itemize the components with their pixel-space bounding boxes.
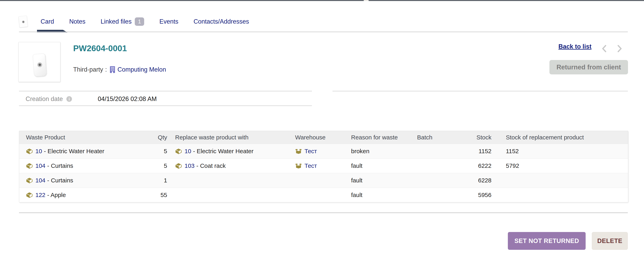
table-row: 122 - Apple 55 fault 5956: [19, 188, 628, 202]
table-header-row: Waste Product Qty Replace waste product …: [19, 131, 628, 144]
tab-linked-files[interactable]: Linked files 1: [93, 18, 152, 26]
warehouse-empty-cell: [291, 173, 347, 188]
qty-cell: 55: [149, 188, 171, 202]
col-batch: Batch: [413, 131, 459, 144]
warehouse-link[interactable]: Тест: [304, 148, 317, 154]
batch-cell: [413, 144, 459, 158]
col-reason: Reason for waste: [347, 131, 413, 144]
third-party-row: Third-party : Computing Melon: [73, 66, 166, 73]
tab-bar-divider: [19, 32, 628, 32]
product-cube-icon: [26, 192, 33, 198]
linked-files-count-badge: 1: [135, 18, 144, 26]
warehouse-box-icon: [295, 163, 302, 169]
qty-cell: 5: [149, 144, 171, 158]
building-icon: [110, 66, 115, 73]
waste-lines-table: Waste Product Qty Replace waste product …: [19, 131, 628, 202]
divider: [332, 91, 628, 92]
col-stock: Stock: [459, 131, 496, 144]
tab-card[interactable]: Card: [33, 18, 62, 25]
tab-bar: Card Notes Linked files 1 Events Contact…: [19, 12, 257, 31]
reason-cell: fault: [347, 158, 413, 173]
divider: [19, 91, 312, 92]
tab-events[interactable]: Events: [152, 18, 186, 25]
previous-record-icon[interactable]: [601, 44, 608, 53]
photo-detail-icon: [37, 62, 42, 68]
product-link[interactable]: 104: [36, 177, 46, 184]
col-stock-replacement: Stock of replacement product: [496, 131, 628, 144]
tab-contacts-label: Contacts/Addresses: [194, 18, 249, 25]
qty-cell: 5: [149, 158, 171, 173]
creation-date-text: Creation date: [26, 96, 63, 102]
info-icon: i: [66, 96, 72, 102]
product-photo-object: [32, 54, 46, 76]
stock-cell: 6222: [459, 158, 496, 173]
page-title-ref: PW2604-0001: [73, 44, 127, 53]
tab-contacts[interactable]: Contacts/Addresses: [186, 18, 256, 25]
tab-notes[interactable]: Notes: [62, 18, 93, 25]
next-record-icon[interactable]: [616, 44, 623, 53]
stock-replacement-cell: 5792: [496, 158, 628, 173]
top-edge-notch: [364, 0, 369, 1]
replacement-empty-cell: [171, 188, 291, 202]
replacement-product-label: - Electric Water Heater: [193, 148, 253, 154]
page: Card Notes Linked files 1 Events Contact…: [0, 0, 644, 270]
section-divider: [19, 212, 628, 213]
reason-cell: fault: [347, 188, 413, 202]
tab-notes-label: Notes: [69, 18, 85, 25]
reason-cell: broken: [347, 144, 413, 158]
batch-cell: [413, 173, 459, 188]
warehouse-box-icon: [295, 148, 302, 154]
stock-cell: 5956: [459, 188, 496, 202]
delete-button[interactable]: DELETE: [592, 232, 628, 250]
stock-replacement-cell: 1152: [496, 144, 628, 158]
table-row: 104 - Curtains 5 103 - Coat rack Тест fa…: [19, 158, 628, 173]
third-party-link[interactable]: Computing Melon: [118, 66, 166, 73]
product-link[interactable]: 10: [36, 148, 42, 154]
table-row: 104 - Curtains 1 fault 6228: [19, 173, 628, 188]
table-row: 10 - Electric Water Heater 5 10 - Electr…: [19, 144, 628, 158]
tab-events-label: Events: [159, 18, 178, 25]
stock-cell: 1152: [459, 144, 496, 158]
third-party-label: Third-party: [73, 66, 103, 73]
col-replace-with: Replace waste product with: [171, 131, 291, 144]
tab-card-label: Card: [40, 18, 54, 25]
qty-cell: 1: [149, 173, 171, 188]
top-edge-bar: [0, 0, 644, 1]
stock-cell: 6228: [459, 173, 496, 188]
product-link[interactable]: 104: [36, 162, 46, 169]
object-mini-photo: [18, 16, 28, 28]
back-to-list-link[interactable]: Back to list: [558, 43, 592, 50]
status-badge: Returned from client: [550, 60, 628, 74]
col-waste-product: Waste Product: [19, 131, 149, 144]
col-warehouse: Warehouse: [291, 131, 347, 144]
replacement-product-label: - Coat rack: [196, 162, 226, 169]
product-cube-icon: [26, 177, 33, 184]
batch-cell: [413, 188, 459, 202]
product-label: - Apple: [47, 192, 66, 198]
product-label: - Curtains: [47, 177, 73, 184]
product-link[interactable]: 122: [36, 192, 46, 198]
product-label: - Electric Water Heater: [44, 148, 104, 154]
warehouse-empty-cell: [291, 188, 347, 202]
stock-replacement-cell: [496, 173, 628, 188]
replacement-empty-cell: [171, 173, 291, 188]
product-cube-icon: [26, 148, 33, 154]
object-photo[interactable]: [18, 42, 60, 82]
tab-linked-files-label: Linked files: [100, 18, 132, 25]
replacement-product-link[interactable]: 10: [184, 148, 191, 154]
creation-date-value: 04/15/2026 02:08 AM: [98, 95, 157, 103]
product-label: - Curtains: [47, 162, 73, 169]
col-qty: Qty: [149, 131, 171, 144]
set-not-returned-button[interactable]: SET NOT RETURNED: [508, 232, 586, 250]
product-cube-icon: [175, 148, 182, 154]
reason-cell: fault: [347, 173, 413, 188]
replacement-product-link[interactable]: 103: [184, 162, 194, 169]
product-cube-icon: [175, 162, 182, 169]
photo-detail-icon: [22, 20, 25, 23]
stock-replacement-cell: [496, 188, 628, 202]
label-separator: :: [105, 66, 107, 73]
product-cube-icon: [26, 162, 33, 169]
creation-date-label: Creation date i: [26, 95, 72, 103]
batch-cell: [413, 158, 459, 173]
warehouse-link[interactable]: Тест: [304, 162, 317, 169]
